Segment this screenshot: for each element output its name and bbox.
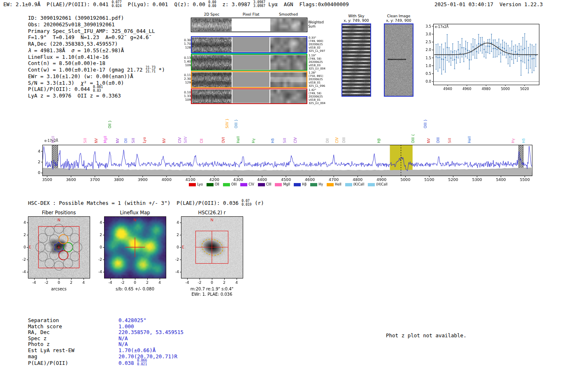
fiber-row-weights: 0.101.33109 — [172, 90, 191, 102]
match-table-row: P(LAE)/P(OII)0.038 0.0660.021 — [28, 360, 183, 366]
weight-value: 128 — [172, 46, 191, 49]
text-segment: P(Lyα): 0.001 Q(z): 0.00 — [122, 1, 209, 7]
legend-swatch — [207, 183, 214, 186]
fiber-row-annotation: 1.19"(749, 59)20200625v018_03325_LU_004 — [309, 54, 325, 71]
emission-line-label: HeII — [236, 136, 240, 143]
emission-line-label: SiII — [283, 138, 287, 143]
match-table-label: Separation — [28, 318, 118, 324]
text-segment: 220.358570, 53.459515 — [118, 329, 183, 335]
hsc-cutout-plot — [168, 215, 246, 288]
emission-line-label: Hβ — [377, 138, 381, 143]
legend-item: (K)CaII — [345, 183, 365, 186]
emission-line-label: SiII — [131, 138, 135, 143]
legend-label: Hγ — [318, 183, 323, 186]
text-segment: N/A — [118, 335, 128, 341]
fiber-positions-plot — [15, 215, 93, 288]
match-table-row: RA, Dec220.358570, 53.459515 — [28, 329, 183, 336]
info-line: P(LAE)/P(OII): 0.044 0.0810.03 — [28, 86, 165, 93]
emission-line-label: CII — [200, 139, 204, 143]
text-segment: = 4981.38Å — [31, 47, 72, 53]
text-segment: 20.70(20.70,20.71)R — [118, 353, 177, 360]
weight-value: 129 — [172, 81, 191, 84]
emission-line-label: SiIV } — [225, 118, 229, 128]
match-table-value: 1.000 — [118, 323, 134, 329]
match-table-row: Est LyA rest-EW1.70(±0.66)Å — [28, 348, 183, 354]
hsc-caption-2: EWr: 1. PLAE: 0.036 — [181, 292, 243, 297]
phot-z-note: Phot z plot not available. — [386, 332, 467, 339]
text-segment: 1.000 — [118, 323, 134, 329]
text-segment: Obs: 20200625v018_3090192061 — [28, 21, 115, 28]
match-table-value: 1.70(±0.66)Å — [118, 347, 156, 353]
fiber-row-weights: 0.131.40109 — [172, 56, 191, 67]
info-line: Obs: 20200625v018_3090192061 — [28, 21, 165, 28]
text-segment: P(LAE)/P(OII): 0.044 — [28, 86, 93, 93]
text-segment: 0.038 — [118, 360, 137, 366]
legend-label: MgII — [283, 183, 290, 186]
legend-item: OII — [207, 183, 219, 186]
legend-item: Lyα — [189, 183, 203, 186]
text-segment: N/A — [118, 341, 128, 347]
text-segment: Lyα AGN Flags:0x00400009 — [265, 1, 349, 7]
match-table-row: Photo zN/A — [28, 341, 183, 348]
emission-line-label: CIV — [293, 137, 297, 143]
text-segment: Cont(w) = 1.00(±0.01)e-17 (gmag 21.72 — [28, 67, 146, 73]
emission-line-label: OVI — [221, 137, 225, 143]
weight-value: 1.40 — [172, 60, 191, 63]
annotation-line: 325_LL_097 — [309, 50, 325, 53]
elixer-report-page: { "title_bar": { "segments": [ {"t": "EW… — [0, 0, 576, 392]
match-table-row: Match score1.000 — [28, 324, 183, 330]
text-segment: ID: 3090192061 (3090192061.pdf) — [28, 15, 124, 21]
emission-line-label: OII — [124, 138, 128, 143]
legend-swatch — [345, 183, 352, 186]
match-table-value: 0.038 0.0660.021 — [118, 360, 147, 366]
weight-value: 1.33 — [172, 94, 191, 98]
emission-line-label: NV — [94, 138, 98, 143]
legend-item: Hβ — [294, 183, 307, 186]
stacked-fraction: 21.7321.71 — [146, 66, 156, 74]
legend-label: HeII — [335, 183, 341, 186]
emission-line-label: SiIV — [183, 137, 188, 143]
info-line: LineFlux = 1.10(±0.41)e-16 — [28, 54, 165, 60]
legend-label: OIII — [231, 183, 237, 186]
emission-line-label: Hδ — [271, 138, 275, 143]
legend-label: Hβ — [302, 183, 307, 186]
stacked-fraction: 0.0810.03 — [93, 86, 103, 93]
fiber-row-annotation: 0.33"(749, 900)20200625v018_02325_LL_097 — [309, 37, 325, 53]
text-segment: 1.70(±0.66)Å — [118, 347, 156, 353]
legend-swatch — [294, 183, 301, 186]
lineflux-map-plot — [91, 215, 169, 288]
frac-bottom: 21.71 — [146, 70, 156, 74]
weight-value: 0.11 — [172, 73, 191, 77]
match-table-value: 0.428025" — [118, 317, 146, 323]
emission-line-label: OIII } — [423, 119, 427, 128]
info-line: LyA z = 3.0976 OII z = 0.3363 — [28, 93, 165, 99]
timestamp-version: 2025-01-01 03:40:17 Version 1.22.3 — [434, 1, 543, 7]
info-line: λ = 4981.38Å σ = 10.55(±2.98)Å — [28, 47, 165, 54]
italic-symbol: λ — [28, 47, 31, 53]
match-table-label: mag — [28, 354, 118, 360]
full-spectrum-plot — [36, 138, 540, 184]
text-segment: z: 3.0987 — [216, 1, 253, 7]
frac-bottom: 0.00 — [208, 5, 216, 8]
emission-line-label: OII — [325, 138, 330, 143]
emission-line-label: NV — [162, 138, 166, 143]
info-line: RA,Dec (220.358383,53.459557) — [28, 41, 165, 47]
emission-line-label: SiII — [83, 138, 87, 143]
frac-bottom: 0.019 — [242, 203, 251, 207]
weight-value: 1.70 — [172, 42, 191, 46]
weight-value: 0.13 — [172, 56, 191, 60]
legend-item: OIII — [223, 183, 237, 186]
text-segment: 0.428025" — [118, 317, 146, 323]
text-segment: =1.23 A=0.92̄ g=24.6̄ — [84, 34, 149, 40]
text-segment: *) — [156, 67, 165, 73]
text-segment: EW: 2.1±0.9Å P(LAE)/P(OII): 0.041 — [3, 1, 111, 7]
text-segment: = 10.55(±2.98)Å — [74, 47, 124, 53]
fiber-row-annotation: 1.28"(750, 891)20200625v018_01325_LL_096 — [309, 72, 325, 88]
emission-line-label: Hγ — [251, 139, 255, 143]
emission-line-label: OIII } — [234, 119, 238, 128]
match-table-row: Separation0.428025" — [28, 318, 183, 324]
annotation-line: 325_LL_096 — [309, 85, 325, 88]
emission-line-label: NV — [116, 138, 120, 143]
emission-line-label: MgII — [103, 136, 107, 143]
legend-item: MgII — [275, 183, 290, 186]
